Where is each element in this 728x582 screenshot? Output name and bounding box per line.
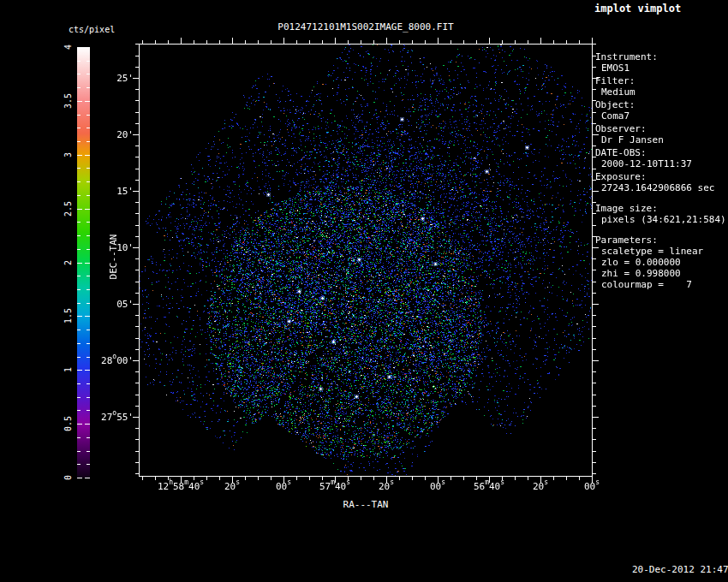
y-tick xyxy=(593,439,596,440)
tick-label-part: 40 xyxy=(335,481,346,492)
colorbar-tick xyxy=(77,209,82,210)
x-tick-label: 12h58m40s xyxy=(158,481,204,492)
info-value: 27243.1642906866 sec xyxy=(595,182,728,193)
info-value: zhi = 0.998000 xyxy=(595,268,728,279)
x-tick xyxy=(155,40,156,44)
colorbar-tick xyxy=(77,437,81,438)
y-tick xyxy=(135,338,139,339)
colorbar-tick xyxy=(77,289,81,290)
colorbar-tick xyxy=(77,424,82,425)
colorbar-tick xyxy=(85,263,90,264)
tick-label-part: 00 xyxy=(276,481,287,492)
colorbar-tick xyxy=(77,249,81,250)
x-tick xyxy=(412,477,413,480)
tick-label-part: s xyxy=(390,478,394,486)
y-tick xyxy=(135,180,139,181)
tick-label-part: s xyxy=(441,478,445,486)
x-tick xyxy=(219,40,220,44)
colorbar-tick-label: 2.5 xyxy=(63,201,73,217)
colorbar-tick xyxy=(77,47,82,48)
x-tick xyxy=(168,40,169,44)
colorbar-tick xyxy=(87,87,90,88)
tick-label-part: 05' xyxy=(116,299,134,310)
x-tick xyxy=(142,477,143,480)
x-tick xyxy=(155,477,156,480)
colorbar-tick xyxy=(87,437,90,438)
x-tick xyxy=(425,40,426,44)
x-tick xyxy=(296,477,297,480)
colorbar-tick xyxy=(87,168,90,169)
tick-label-part: 00 xyxy=(430,481,441,492)
implot-window: implot vimplot P0124712101M1S002IMAGE_80… xyxy=(0,0,728,582)
plot-frame xyxy=(139,44,593,477)
x-tick-label: 00s xyxy=(584,481,600,492)
colorbar-tick-label: 4 xyxy=(63,45,73,50)
x-tick xyxy=(399,477,400,480)
colorbar-tick xyxy=(77,181,81,182)
colorbar-tick xyxy=(77,155,82,156)
y-tick xyxy=(133,304,139,305)
y-tick xyxy=(133,360,139,361)
x-tick xyxy=(194,40,194,44)
x-tick xyxy=(399,40,400,44)
tick-label-part: 15' xyxy=(116,186,134,197)
x-tick xyxy=(553,40,554,44)
tick-label-part: s xyxy=(236,478,240,486)
x-tick xyxy=(206,477,207,480)
x-tick-label: 00s xyxy=(276,481,291,492)
y-tick xyxy=(593,417,599,418)
info-label: DATE-OBS: xyxy=(595,147,728,158)
colorbar-tick xyxy=(85,209,90,210)
y-tick xyxy=(593,462,596,463)
x-tick xyxy=(335,38,336,44)
y-tick xyxy=(135,89,139,90)
info-group: Parameters:scaletype = linearzlo = 0.000… xyxy=(595,235,728,290)
colorbar-tick xyxy=(87,61,90,62)
x-tick xyxy=(528,40,528,44)
y-tick xyxy=(135,44,139,45)
y-tick xyxy=(135,236,139,237)
tick-label-part: 58 xyxy=(173,481,184,492)
info-label: Instrument: xyxy=(595,51,728,62)
colorbar-tick xyxy=(77,330,81,330)
y-tick xyxy=(135,225,139,226)
x-tick-label: 20s xyxy=(379,481,394,492)
y-tick xyxy=(135,395,139,395)
tick-label-part: m xyxy=(184,478,188,486)
tick-label-part: 12 xyxy=(158,481,169,492)
x-tick xyxy=(425,477,426,480)
colorbar-tick xyxy=(87,343,90,344)
colorbar-tick xyxy=(87,235,90,236)
y-tick xyxy=(135,213,139,214)
colorbar-tick xyxy=(85,155,90,156)
colorbar-tick xyxy=(77,316,82,317)
x-tick xyxy=(451,477,451,480)
y-tick xyxy=(593,360,599,361)
colorbar-tick-label: 2 xyxy=(63,260,73,265)
y-tick xyxy=(593,383,596,383)
y-tick xyxy=(133,247,139,248)
x-tick-label: 57m40s xyxy=(319,481,350,492)
colorbar-tick-label: 3.5 xyxy=(63,93,73,109)
colorbar-tick xyxy=(77,141,81,142)
colorbar-tick xyxy=(87,141,90,142)
info-group: Instrument:EMOS1 xyxy=(595,51,728,74)
x-tick xyxy=(361,477,361,480)
app-title: implot vimplot xyxy=(594,3,681,15)
colorbar-tick xyxy=(77,464,81,465)
colorbar-tick xyxy=(77,276,81,276)
colorbar-tick xyxy=(77,115,81,116)
x-tick xyxy=(412,40,413,44)
tick-label-part: 56 xyxy=(474,481,485,492)
x-tick xyxy=(566,40,567,44)
y-axis-title: DEC--TAN xyxy=(108,235,119,280)
colorbar-tick xyxy=(77,397,81,398)
colorbar-tick-label: 1.5 xyxy=(63,308,73,324)
y-tick xyxy=(133,134,139,135)
colorbar-tick xyxy=(77,128,81,128)
y-tick xyxy=(135,349,139,350)
x-tick xyxy=(206,40,207,44)
tick-label-part: 20 xyxy=(224,481,236,492)
colorbar-tick xyxy=(85,316,90,317)
y-tick xyxy=(593,473,596,474)
